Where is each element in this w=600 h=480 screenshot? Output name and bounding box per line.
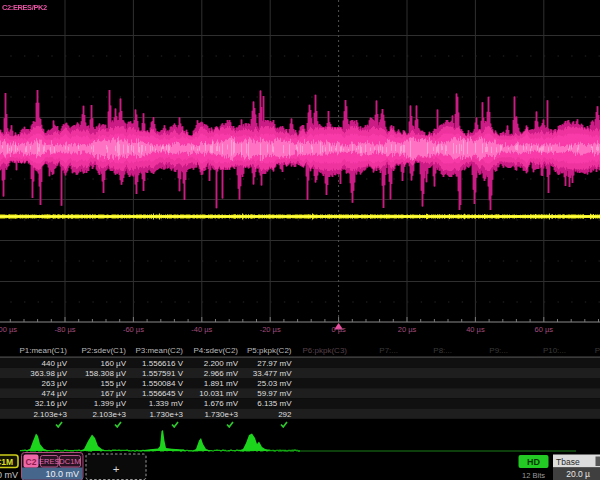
svg-text:P9:...: P9:...: [489, 346, 508, 355]
svg-text:160 µV: 160 µV: [100, 359, 126, 368]
svg-text:0 mV: 0 mV: [0, 470, 18, 480]
svg-text:20 µs: 20 µs: [398, 325, 417, 334]
svg-text:167 µV: 167 µV: [100, 389, 126, 398]
svg-text:1.399 µV: 1.399 µV: [94, 399, 127, 408]
svg-text:P3:mean(C2): P3:mean(C2): [135, 346, 183, 355]
svg-text:P: P: [595, 346, 600, 355]
svg-text:P6:pkpk(C3): P6:pkpk(C3): [303, 346, 348, 355]
svg-text:12 Bits: 12 Bits: [522, 471, 545, 480]
svg-text:158.308 µV: 158.308 µV: [85, 369, 127, 378]
svg-text:1.891 mV: 1.891 mV: [204, 379, 239, 388]
svg-text:2.966 mV: 2.966 mV: [204, 369, 239, 378]
svg-text:P10:...: P10:...: [543, 346, 566, 355]
svg-text:2.200 mV: 2.200 mV: [204, 359, 239, 368]
svg-text:27.97 mV: 27.97 mV: [257, 359, 292, 368]
svg-text:HD: HD: [527, 457, 540, 467]
svg-text:1.556645 V: 1.556645 V: [142, 389, 184, 398]
svg-text:P5:pkpk(C2): P5:pkpk(C2): [247, 346, 292, 355]
svg-text:P2:sdev(C1): P2:sdev(C1): [82, 346, 127, 355]
svg-text:60 µs: 60 µs: [535, 325, 554, 334]
svg-text:59.97 mV: 59.97 mV: [257, 389, 292, 398]
svg-text:P7:...: P7:...: [379, 346, 398, 355]
svg-text:6.135 mV: 6.135 mV: [257, 399, 292, 408]
svg-text:1.557591 V: 1.557591 V: [142, 369, 184, 378]
svg-text:292: 292: [278, 410, 292, 419]
svg-text:474 µV: 474 µV: [41, 389, 67, 398]
svg-text:2.103e+3: 2.103e+3: [92, 410, 126, 419]
svg-text:1.556616 V: 1.556616 V: [142, 359, 184, 368]
svg-text:25.03 mV: 25.03 mV: [257, 379, 292, 388]
svg-text:1.730e+3: 1.730e+3: [149, 410, 183, 419]
svg-text:1.676 mV: 1.676 mV: [204, 399, 239, 408]
svg-text:-40 µs: -40 µs: [191, 325, 212, 334]
svg-text:363.98 µV: 363.98 µV: [30, 369, 67, 378]
svg-text:C2:ERES/PK2: C2:ERES/PK2: [2, 3, 47, 12]
svg-text:P1:mean(C1): P1:mean(C1): [19, 346, 67, 355]
svg-text:0 µs: 0 µs: [331, 325, 346, 334]
svg-text:P4:sdev(C2): P4:sdev(C2): [194, 346, 239, 355]
svg-text:Tbase: Tbase: [556, 457, 580, 467]
svg-text:+: +: [113, 463, 120, 475]
svg-text:-20 µs: -20 µs: [260, 325, 281, 334]
svg-text:32.16 µV: 32.16 µV: [35, 399, 68, 408]
svg-text:ERES: ERES: [39, 457, 59, 466]
svg-text:10.0 mV: 10.0 mV: [45, 469, 79, 479]
svg-text:440 µV: 440 µV: [41, 359, 67, 368]
svg-text:-60 µs: -60 µs: [123, 325, 144, 334]
svg-text:155 µV: 155 µV: [100, 379, 126, 388]
svg-text:DC1M: DC1M: [0, 457, 13, 467]
svg-text:10.031 mV: 10.031 mV: [199, 389, 238, 398]
svg-text:263 µV: 263 µV: [41, 379, 67, 388]
svg-text:40 µs: 40 µs: [466, 325, 485, 334]
svg-text:20.0 µ: 20.0 µ: [566, 469, 590, 479]
svg-text:1.550084 V: 1.550084 V: [142, 379, 184, 388]
svg-text:DC1M: DC1M: [59, 457, 80, 466]
svg-text:1.339 mV: 1.339 mV: [149, 399, 184, 408]
svg-text:P8:...: P8:...: [433, 346, 452, 355]
svg-text:00 µs: 00 µs: [0, 325, 17, 334]
svg-text:2.103e+3: 2.103e+3: [33, 410, 67, 419]
svg-text:33.477 mV: 33.477 mV: [253, 369, 292, 378]
svg-text:-80 µs: -80 µs: [55, 325, 76, 334]
svg-text:C2: C2: [26, 457, 37, 467]
svg-text:1.730e+3: 1.730e+3: [204, 410, 238, 419]
